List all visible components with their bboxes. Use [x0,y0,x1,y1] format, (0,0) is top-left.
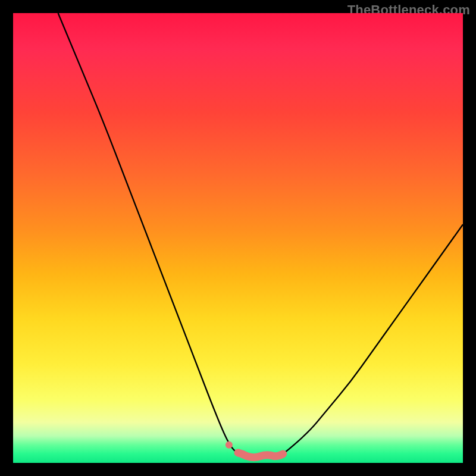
curve-group [58,13,463,458]
bottleneck-curve [13,13,463,463]
plot-area [13,13,463,463]
valley-marker [238,453,283,458]
chart-frame: TheBottleneck.com [0,0,476,476]
curve-right-arm [283,224,463,454]
valley-dot-left [226,441,233,449]
curve-left-arm [58,13,238,454]
